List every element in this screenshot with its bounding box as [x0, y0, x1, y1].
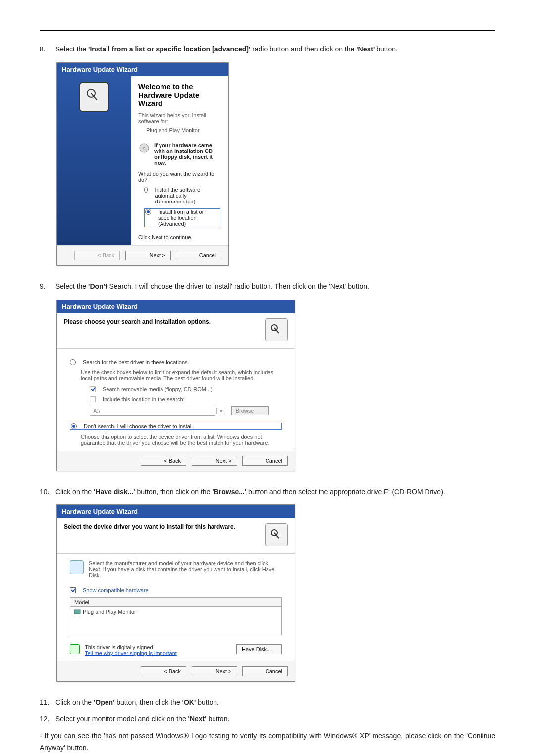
radio-auto-install-label: Install the software automatically (Reco… [155, 187, 220, 204]
wizard3-cancel-button[interactable]: Cancel [242, 666, 288, 676]
wizard1-back-button: < Back [74, 251, 120, 260]
wizard3-desc: Select the manufacturer and model of you… [89, 560, 282, 578]
dropdown-icon[interactable]: ▾ [216, 408, 225, 414]
wizard2-opt2-desc: Choose this option to select the device … [81, 434, 282, 446]
wizard1-help: This wizard helps you install software f… [138, 112, 220, 124]
wizard1-heading: Welcome to the Hardware Update Wizard [138, 82, 220, 107]
compat-note: - If you can see the 'has not passed Win… [40, 730, 495, 754]
wizard2-back-button[interactable]: < Back [141, 456, 186, 466]
svg-rect-5 [74, 610, 80, 614]
wizard2-cancel-button[interactable]: Cancel [242, 456, 288, 466]
wizard3-back-button[interactable]: < Back [141, 666, 186, 676]
wizard2-opt1-desc: Use the check boxes below to limit or ex… [81, 369, 282, 381]
checkbox-show-compatible-label: Show compatible hardware [83, 587, 149, 593]
hardware-wizard-select-driver: Hardware Update Wizard Select the device… [56, 504, 295, 682]
step-12: 12. Select your monitor model and click … [40, 713, 495, 725]
wizard1-device: Plug and Play Monitor [146, 127, 220, 133]
wizard-icon [79, 82, 109, 112]
wizard2-title: Hardware Update Wizard [57, 300, 295, 313]
wizard2-heading: Please choose your search and installati… [64, 318, 260, 325]
divider-top [40, 30, 495, 31]
wizard1-side-graphic [57, 76, 131, 245]
step-9-number: 9. [40, 281, 54, 293]
wizard1-continue: Click Next to continue. [138, 234, 220, 240]
driver-signed-text: This driver is digitally signed. [85, 644, 155, 650]
step-12-number: 12. [40, 713, 54, 725]
wizard1-cd-line1: If your hardware came with an installati… [154, 142, 213, 154]
wizard2-next-button[interactable]: Next > [192, 456, 237, 466]
wizard-icon [265, 318, 288, 341]
radio-list-location-label: Install from a list or specific location… [158, 209, 219, 227]
step-11: 11. Click on the 'Open' button, then cli… [40, 697, 495, 708]
step-11-number: 11. [40, 697, 54, 708]
driver-icon [70, 560, 84, 574]
browse-button[interactable]: Browse [231, 406, 269, 415]
checkbox-removable-media-label: Search removable media (floppy, CD-ROM..… [103, 386, 213, 392]
checkbox-show-compatible[interactable] [70, 587, 76, 593]
step-10-number: 10. [40, 486, 54, 498]
model-column-header: Model [70, 598, 281, 607]
checkbox-include-location-label: Include this location in the search: [103, 396, 185, 402]
radio-dont-search-label: Don't search. I will choose the driver t… [84, 423, 194, 429]
hardware-wizard-welcome: Hardware Update Wizard Welcome to the Ha… [56, 62, 229, 266]
step-8: 8. Select the 'Install from a list or sp… [40, 44, 495, 55]
radio-search-best-label: Search for the best driver in these loca… [83, 359, 189, 365]
radio-auto-install[interactable] [144, 187, 148, 193]
radio-list-location[interactable] [145, 209, 151, 215]
wizard3-heading: Select the device driver you want to ins… [64, 523, 260, 530]
signed-icon [70, 644, 80, 654]
model-list: Model Plug and Play Monitor [70, 597, 282, 635]
hardware-wizard-search-options: Hardware Update Wizard Please choose you… [56, 300, 295, 471]
wizard3-title: Hardware Update Wizard [57, 505, 295, 518]
wizard1-question: What do you want the wizard to do? [138, 171, 220, 183]
wizard3-next-button[interactable]: Next > [192, 666, 237, 676]
have-disk-button[interactable]: Have Disk... [236, 644, 282, 654]
radio-search-best[interactable] [70, 359, 76, 365]
wizard1-cancel-button[interactable]: Cancel [176, 251, 221, 260]
wizard1-title: Hardware Update Wizard [57, 63, 228, 76]
step-8-number: 8. [40, 44, 54, 55]
step-9: 9. Select the 'Don't Search. I will choo… [40, 281, 495, 293]
checkbox-removable-media[interactable] [90, 386, 96, 392]
svg-point-2 [143, 147, 145, 149]
model-row-pnp[interactable]: Plug and Play Monitor [70, 607, 281, 635]
wizard1-next-button[interactable]: Next > [125, 251, 171, 260]
radio-dont-search[interactable] [71, 423, 77, 429]
location-path-input[interactable]: A:\ [90, 406, 215, 416]
step-10: 10. Click on the 'Have disk...' button, … [40, 486, 495, 498]
cd-icon [138, 142, 150, 154]
wizard1-cd-line2: or floppy disk, insert it now. [154, 154, 213, 166]
wizard-icon [265, 523, 288, 546]
signing-info-link[interactable]: Tell me why driver signing is important [85, 650, 177, 656]
checkbox-include-location[interactable] [90, 396, 96, 402]
